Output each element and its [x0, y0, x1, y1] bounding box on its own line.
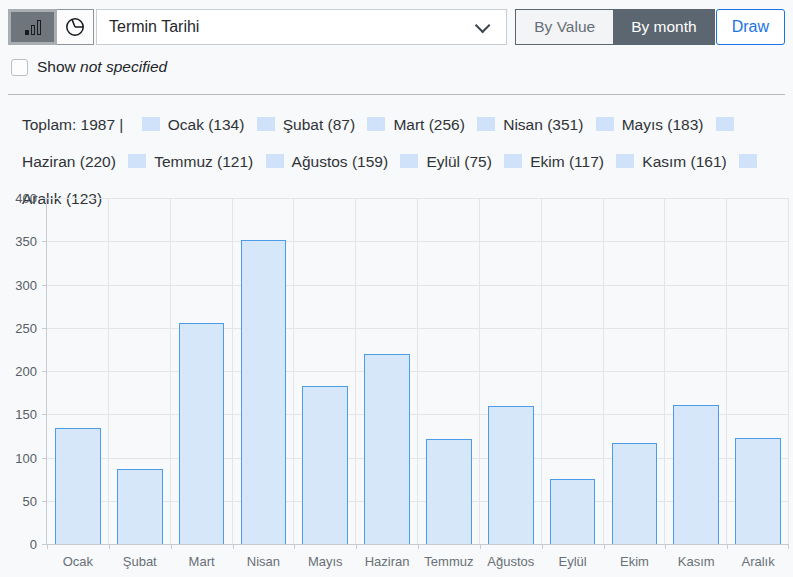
chart-column [171, 198, 233, 544]
plot-area: 050100150200250300350400OcakŞubatMartNis… [46, 198, 789, 545]
x-axis-label: Haziran [365, 554, 410, 569]
x-tick [294, 544, 295, 549]
legend-item-kasım[interactable]: Kasım (161) [608, 153, 726, 170]
chart-column [480, 198, 542, 544]
pie-chart-icon [64, 16, 86, 38]
x-tick [604, 544, 605, 549]
bar-mart[interactable] [179, 323, 225, 544]
legend-swatch [367, 117, 385, 131]
y-axis-label: 250 [15, 320, 37, 335]
chart-column [109, 198, 171, 544]
legend-swatch [504, 154, 522, 168]
bar-mayıs[interactable] [302, 386, 348, 544]
show-not-specified-checkbox[interactable] [11, 59, 28, 76]
filter-chart-widget: Termin Tarihi By Value By month Draw Sho… [0, 0, 793, 577]
chart-column [233, 198, 295, 544]
divider [8, 94, 785, 95]
legend-item-mart[interactable]: Mart (256) [359, 116, 465, 133]
x-axis-label: Nisan [247, 554, 280, 569]
y-axis-label: 100 [15, 450, 37, 465]
x-tick [171, 544, 172, 549]
y-axis-label: 150 [15, 407, 37, 422]
show-not-specified-row: Show not specified [11, 58, 167, 76]
chart-column [727, 198, 789, 544]
chart-column [542, 198, 604, 544]
x-axis-label: Mayıs [308, 554, 343, 569]
legend-swatch [257, 117, 275, 131]
legend-item-nisan[interactable]: Nisan (351) [469, 116, 583, 133]
bar-chart-view-button[interactable] [8, 9, 57, 45]
field-select-dropdown[interactable]: Termin Tarihi [96, 9, 507, 45]
bar-chart: 050100150200250300350400OcakŞubatMartNis… [0, 190, 793, 577]
legend-swatch [128, 154, 146, 168]
y-axis-label: 350 [15, 234, 37, 249]
bar-ağustos[interactable] [488, 406, 534, 544]
legend-swatch [596, 117, 614, 131]
x-tick [542, 544, 543, 549]
legend-swatch [716, 117, 734, 131]
bar-temmuz[interactable] [426, 439, 472, 544]
x-tick [356, 544, 357, 549]
legend-swatch [739, 154, 757, 168]
x-tick [418, 544, 419, 549]
x-axis-label: Ocak [63, 554, 93, 569]
toolbar: Termin Tarihi By Value By month Draw [8, 9, 785, 45]
bar-nisan[interactable] [241, 240, 287, 544]
legend-swatch [400, 154, 418, 168]
x-axis-label: Mart [189, 554, 215, 569]
x-tick [665, 544, 666, 549]
bar-şubat[interactable] [117, 469, 163, 544]
x-tick [788, 544, 789, 549]
bar-ocak[interactable] [55, 428, 101, 544]
chart-column [665, 198, 727, 544]
chart-column [604, 198, 666, 544]
by-month-button[interactable]: By month [613, 9, 714, 45]
draw-button[interactable]: Draw [716, 9, 785, 45]
x-axis-label: Eylül [558, 554, 586, 569]
legend-swatch [616, 154, 634, 168]
legend-item-ağustos[interactable]: Ağustos (159) [258, 153, 389, 170]
legend-item-eylül[interactable]: Eylül (75) [392, 153, 491, 170]
field-select-value: Termin Tarihi [109, 18, 475, 36]
by-value-button[interactable]: By Value [515, 9, 613, 45]
legend-item-şubat[interactable]: Şubat (87) [249, 116, 355, 133]
x-tick [480, 544, 481, 549]
bar-chart-icon [25, 20, 41, 35]
legend-swatch [266, 154, 284, 168]
show-not-specified-label: Show not specified [37, 58, 167, 76]
bar-ekim[interactable] [612, 443, 658, 544]
x-tick [727, 544, 728, 549]
chart-column [294, 198, 356, 544]
y-axis-label: 400 [15, 191, 37, 206]
chevron-down-icon [475, 17, 491, 33]
draw-label: Draw [732, 18, 769, 36]
pie-chart-view-button[interactable] [57, 9, 94, 45]
x-axis-label: Kasım [678, 554, 715, 569]
x-axis-label: Ekim [620, 554, 649, 569]
chart-column [418, 198, 480, 544]
chart-column [47, 198, 109, 544]
x-axis-label: Ağustos [487, 554, 534, 569]
x-tick [47, 544, 48, 549]
bar-kasım[interactable] [673, 405, 719, 544]
y-axis-label: 300 [15, 277, 37, 292]
legend-item-mayıs[interactable]: Mayıs (183) [588, 116, 704, 133]
legend-swatch [477, 117, 495, 131]
legend-item-ocak[interactable]: Ocak (134) [134, 116, 245, 133]
by-value-label: By Value [534, 18, 595, 36]
y-axis-label: 200 [15, 364, 37, 379]
x-axis-label: Aralık [741, 554, 774, 569]
x-axis-label: Temmuz [424, 554, 473, 569]
legend-item-ekim[interactable]: Ekim (117) [496, 153, 604, 170]
bar-haziran[interactable] [364, 354, 410, 544]
x-tick [109, 544, 110, 549]
chart-column [356, 198, 418, 544]
legend-swatch [142, 117, 160, 131]
legend-item-temmuz[interactable]: Temmuz (121) [120, 153, 253, 170]
x-tick [233, 544, 234, 549]
y-axis-label: 50 [23, 493, 37, 508]
bar-aralık[interactable] [735, 438, 781, 544]
legend-total: Toplam: 1987 | [22, 116, 123, 133]
bar-eylül[interactable] [550, 479, 596, 544]
y-axis-label: 0 [30, 537, 37, 552]
